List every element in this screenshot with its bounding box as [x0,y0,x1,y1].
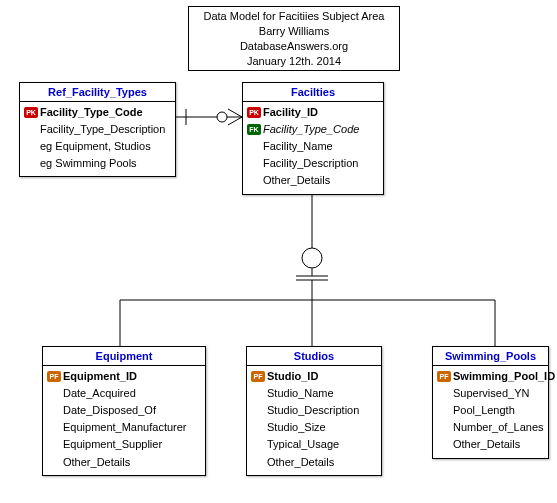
attribute-name: Date_Disposed_Of [63,402,201,419]
attribute-row: Studio_Name [251,385,377,402]
pk-fk-icon: PF [437,371,451,382]
entity-header: Ref_Facility_Types [20,83,175,102]
attribute-name: Studio_Description [267,402,377,419]
attribute-name: Facility_ID [263,104,379,121]
attribute-row: Other_Details [247,172,379,189]
attribute-row: Supervised_YN [437,385,544,402]
attribute-row: PFStudio_ID [251,368,377,385]
entity-body: PFSwimming_Pool_IDSupervised_YNPool_Leng… [433,366,548,457]
title-line-2: Barry Williams [197,24,391,39]
attribute-row: Date_Disposed_Of [47,402,201,419]
attribute-name: Facility_Type_Description [40,121,171,138]
attribute-name: Swimming_Pool_ID [453,368,555,385]
attribute-name: Facility_Type_Code [263,121,379,138]
attribute-name: Studio_Name [267,385,377,402]
key-indicator: PF [251,371,267,382]
attribute-name: Other_Details [267,454,377,471]
attribute-name: Other_Details [63,454,201,471]
attribute-row: Other_Details [251,454,377,471]
entity-body: PKFacility_Type_CodeFacility_Type_Descri… [20,102,175,176]
attribute-row: Date_Acquired [47,385,201,402]
attribute-name: Equipment_Supplier [63,436,201,453]
entity-header: Equipment [43,347,205,366]
attribute-name: Equipment_ID [63,368,201,385]
attribute-row: Other_Details [437,436,544,453]
entity-header: Studios [247,347,381,366]
attribute-row: Studio_Size [251,419,377,436]
attribute-row: Pool_Length [437,402,544,419]
primary-key-icon: PK [24,107,38,118]
attribute-row: Facility_Type_Description [24,121,171,138]
attribute-name: Date_Acquired [63,385,201,402]
svg-point-4 [217,112,227,122]
attribute-name: Other_Details [263,172,379,189]
entity-facilities: Facilties PKFacility_IDFKFacility_Type_C… [242,82,384,195]
attribute-row: Facility_Name [247,138,379,155]
svg-point-6 [302,248,322,268]
entity-header: Facilties [243,83,383,102]
attribute-row: Equipment_Manufacturer [47,419,201,436]
attribute-row: Number_of_Lanes [437,419,544,436]
pk-fk-icon: PF [47,371,61,382]
attribute-row: Typical_Usage [251,436,377,453]
attribute-name: Pool_Length [453,402,544,419]
diagram-title-box: Data Model for Facitiies Subject Area Ba… [188,6,400,71]
attribute-name: Equipment_Manufacturer [63,419,201,436]
entity-studios: Studios PFStudio_IDStudio_NameStudio_Des… [246,346,382,476]
attribute-row: Studio_Description [251,402,377,419]
attribute-row: PKFacility_Type_Code [24,104,171,121]
key-indicator: FK [247,124,263,135]
svg-line-3 [228,117,242,125]
key-indicator: PK [247,107,263,118]
attribute-row: PKFacility_ID [247,104,379,121]
attribute-name: Facility_Name [263,138,379,155]
attribute-name: Typical_Usage [267,436,377,453]
primary-key-icon: PK [247,107,261,118]
attribute-row: PFEquipment_ID [47,368,201,385]
key-indicator: PF [437,371,453,382]
entity-body: PFStudio_IDStudio_NameStudio_Description… [247,366,381,474]
attribute-row: Other_Details [47,454,201,471]
title-line-3: DatabaseAnswers.org [197,39,391,54]
attribute-name: eg Swimming Pools [40,155,171,172]
title-line-4: January 12th. 2014 [197,54,391,69]
attribute-row: eg Swimming Pools [24,155,171,172]
attribute-name: Studio_Size [267,419,377,436]
key-indicator: PF [47,371,63,382]
attribute-row: eg Equipment, Studios [24,138,171,155]
pk-fk-icon: PF [251,371,265,382]
attribute-row: Facility_Description [247,155,379,172]
key-indicator: PK [24,107,40,118]
attribute-row: FKFacility_Type_Code [247,121,379,138]
attribute-row: PFSwimming_Pool_ID [437,368,544,385]
entity-body: PKFacility_IDFKFacility_Type_CodeFacilit… [243,102,383,193]
attribute-name: Facility_Description [263,155,379,172]
attribute-name: Studio_ID [267,368,377,385]
attribute-name: Number_of_Lanes [453,419,544,436]
entity-equipment: Equipment PFEquipment_IDDate_AcquiredDat… [42,346,206,476]
svg-line-2 [228,109,242,117]
entity-body: PFEquipment_IDDate_AcquiredDate_Disposed… [43,366,205,474]
entity-header: Swimming_Pools [433,347,548,366]
attribute-name: Facility_Type_Code [40,104,171,121]
attribute-name: eg Equipment, Studios [40,138,171,155]
entity-swimming-pools: Swimming_Pools PFSwimming_Pool_IDSupervi… [432,346,549,459]
title-line-1: Data Model for Facitiies Subject Area [197,9,391,24]
attribute-row: Equipment_Supplier [47,436,201,453]
attribute-name: Other_Details [453,436,544,453]
foreign-key-icon: FK [247,124,261,135]
attribute-name: Supervised_YN [453,385,544,402]
entity-ref-facility-types: Ref_Facility_Types PKFacility_Type_CodeF… [19,82,176,177]
